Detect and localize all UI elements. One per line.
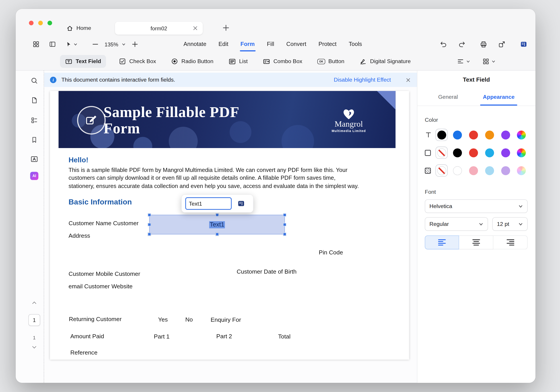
ai-assistant-button[interactable]: AI — [30, 172, 38, 180]
tab-document[interactable]: form02 — [115, 22, 203, 35]
text-color-swatch[interactable] — [467, 129, 480, 141]
resize-handle-e[interactable] — [283, 223, 286, 226]
share-export-button[interactable] — [498, 40, 506, 48]
menu-protect[interactable]: Protect — [318, 41, 336, 48]
close-tab-icon[interactable] — [192, 25, 199, 31]
font-family-select[interactable]: Helvetica — [425, 199, 528, 213]
border-color-swatch[interactable] — [483, 147, 496, 159]
check-box-tool[interactable]: Check Box — [117, 55, 158, 68]
menu-annotate[interactable]: Annotate — [183, 41, 206, 48]
border-color-swatch[interactable] — [467, 147, 480, 159]
fill-color-swatch[interactable] — [467, 165, 480, 176]
close-window-button[interactable] — [29, 21, 34, 25]
resize-handle-sw[interactable] — [148, 233, 151, 236]
text-color-swatch[interactable] — [451, 129, 464, 141]
pdf-page: Sample Fillable PDF Form Mangrol Multime… — [50, 91, 409, 360]
search-icon — [30, 77, 38, 85]
align-left-icon — [438, 239, 446, 246]
current-page-input[interactable]: 1 — [28, 314, 40, 326]
text-color-swatch[interactable] — [500, 129, 512, 141]
panel-layout-button[interactable] — [520, 40, 528, 48]
resize-handle-s[interactable] — [216, 233, 219, 236]
digital-signature-tool-label: Digital Signature — [370, 58, 411, 65]
menu-form[interactable]: Form — [240, 41, 255, 48]
color-section: Color — [417, 106, 535, 179]
zoom-menu-chevron-icon[interactable] — [122, 42, 126, 46]
search-button[interactable] — [30, 77, 38, 85]
field-name-input[interactable] — [185, 197, 232, 210]
menu-convert[interactable]: Convert — [286, 41, 306, 48]
resize-handle-w[interactable] — [148, 223, 151, 226]
resize-handle-n[interactable] — [216, 213, 219, 216]
tab-general[interactable]: General — [438, 88, 458, 106]
fill-color-swatch[interactable] — [515, 165, 527, 176]
previous-page-button[interactable] — [31, 300, 37, 306]
minimize-window-button[interactable] — [38, 21, 43, 25]
border-color-swatch[interactable] — [515, 147, 527, 159]
menu-tools[interactable]: Tools — [349, 41, 362, 48]
redo-button[interactable] — [458, 40, 466, 48]
font-family-value: Helvetica — [430, 203, 452, 209]
field-properties-button[interactable] — [237, 199, 245, 208]
button-tool[interactable]: OK Button — [315, 55, 347, 68]
fill-color-swatch[interactable] — [500, 165, 512, 176]
bookmarks-button[interactable] — [31, 136, 38, 143]
form-field-list-button[interactable] — [30, 155, 38, 163]
undo-button[interactable] — [440, 40, 447, 48]
text-color-swatch[interactable] — [515, 129, 527, 141]
print-button[interactable] — [480, 40, 487, 48]
list-tool[interactable]: List — [226, 55, 250, 68]
cursor-icon — [65, 41, 72, 48]
align-left-button[interactable] — [425, 235, 459, 249]
text-color-swatch[interactable] — [483, 129, 496, 141]
selected-text-field[interactable]: Text1 — [149, 215, 285, 234]
new-tab-button[interactable] — [222, 24, 230, 32]
page-thumbnails-button[interactable] — [30, 97, 38, 104]
arrange-tool-dropdown[interactable] — [482, 58, 496, 65]
radio-button-tool[interactable]: Radio Button — [169, 55, 216, 68]
zoom-level[interactable]: 135% — [105, 41, 118, 47]
zoom-out-button[interactable] — [92, 40, 99, 48]
outline-button[interactable] — [30, 116, 38, 124]
select-tool-button[interactable] — [65, 41, 77, 48]
resize-handle-se[interactable] — [283, 233, 286, 236]
font-style-select[interactable]: Regular — [425, 217, 488, 231]
fill-color-swatch[interactable] — [483, 165, 496, 176]
sidebar-toggle-icon[interactable] — [49, 40, 56, 48]
label-part2: Part 2 — [216, 333, 232, 340]
fill-color-swatch[interactable] — [436, 165, 448, 176]
grid-view-icon[interactable] — [33, 40, 40, 48]
disable-highlight-link[interactable]: Disable Highlight Effect — [334, 77, 391, 83]
selected-field-text[interactable]: Text1 — [209, 221, 225, 228]
align-center-button[interactable] — [459, 235, 493, 249]
check-box-tool-label: Check Box — [130, 58, 156, 65]
menu-edit[interactable]: Edit — [219, 41, 228, 48]
border-color-swatch[interactable] — [436, 147, 448, 159]
border-color-swatch[interactable] — [451, 147, 464, 159]
label-customer-mobile: Customer Mobile Customer — [69, 271, 140, 277]
zoom-window-button[interactable] — [48, 21, 52, 25]
font-size-select[interactable]: 12 pt — [492, 217, 527, 231]
fill-color-swatch[interactable] — [451, 165, 464, 176]
border-color-swatch[interactable] — [500, 147, 512, 159]
button-tool-label: Button — [328, 58, 344, 65]
combo-box-tool[interactable]: Combo Box — [260, 55, 305, 68]
page-count-label: 1 — [33, 335, 36, 340]
text-color-icon — [425, 131, 436, 138]
resize-handle-nw[interactable] — [148, 213, 151, 216]
text-color-swatch[interactable] — [436, 129, 448, 141]
text-field-tool[interactable]: Text Field — [60, 55, 106, 68]
digital-signature-tool[interactable]: Digital Signature — [357, 55, 413, 68]
chevron-down-icon — [466, 59, 470, 63]
tab-appearance[interactable]: Appearance — [483, 88, 514, 106]
align-right-button[interactable] — [493, 235, 528, 249]
resize-handle-ne[interactable] — [283, 213, 286, 216]
left-sidebar: AI 1 1 — [16, 71, 44, 383]
dismiss-notification-icon[interactable] — [405, 77, 411, 83]
alignment-tool-dropdown[interactable] — [457, 58, 470, 65]
tab-home[interactable]: Home — [63, 22, 95, 35]
align-right-icon — [506, 239, 514, 246]
next-page-button[interactable] — [31, 344, 37, 350]
menu-fill[interactable]: Fill — [267, 41, 274, 48]
zoom-in-button[interactable] — [131, 40, 139, 48]
